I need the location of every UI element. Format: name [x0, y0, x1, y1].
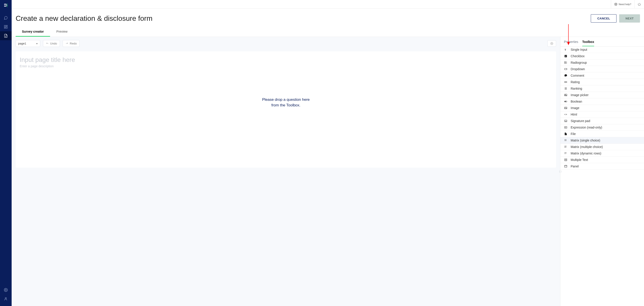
toolbox-item-rating[interactable]: Rating — [560, 79, 644, 86]
toolbox-item-boolean[interactable]: Boolean — [560, 98, 644, 105]
toolbox-item-checkbox[interactable]: Checkbox — [560, 53, 644, 60]
panel-icon — [564, 165, 568, 168]
toolbox-item-label: Multiple Text — [571, 158, 588, 162]
panel-tab-toolbox[interactable]: Toolbox — [582, 40, 594, 46]
svg-line-13 — [615, 4, 616, 5]
logo[interactable] — [3, 3, 8, 8]
main: Need help? Create a new declaration & di… — [12, 0, 644, 306]
toolbox-item-signature-pad[interactable]: Signature pad — [560, 118, 644, 124]
matrix-dynamic-icon — [564, 152, 568, 155]
toolbox-item-label: Expression (read-only) — [571, 126, 602, 129]
radiogroup-icon — [564, 61, 568, 64]
nav-settings-icon[interactable] — [0, 286, 12, 294]
toolbox-item-label: Panel — [571, 164, 579, 168]
expression-icon — [564, 126, 568, 129]
comment-icon — [564, 74, 568, 77]
svg-point-9 — [615, 4, 616, 5]
svg-rect-17 — [564, 55, 567, 58]
cancel-button[interactable]: CANCEL — [591, 14, 616, 22]
page-title-input[interactable]: Input page title here — [20, 56, 552, 64]
toolbox-item-label: Image picker — [571, 93, 588, 97]
toolbox-item-html[interactable]: Html — [560, 111, 644, 118]
undo-label: Undo — [50, 42, 57, 45]
tab-preview[interactable]: Preview — [50, 28, 74, 37]
toolbox-item-matrix-dynamic-rows-[interactable]: Matrix (dynamic rows) — [560, 150, 644, 157]
canvas-column: page1 Undo Redo — [12, 37, 560, 306]
toolbox-item-file[interactable]: File — [560, 131, 644, 137]
svg-point-18 — [564, 62, 565, 62]
toolbox-item-label: Matrix (single choice) — [571, 138, 600, 142]
need-help-button[interactable]: Need help? — [611, 0, 634, 8]
svg-point-7 — [5, 298, 6, 299]
svg-point-43 — [566, 146, 566, 146]
redo-label: Redo — [70, 42, 77, 45]
file-icon — [564, 132, 568, 136]
page-description-input[interactable]: Enter a page description — [20, 64, 552, 68]
svg-rect-49 — [564, 159, 567, 160]
toolbox-item-matrix-single-choice-[interactable]: Matrix (single choice) — [560, 137, 644, 144]
svg-point-38 — [564, 139, 565, 140]
toolbox-item-dropdown[interactable]: Dropdown — [560, 66, 644, 72]
canvas-toolbar: page1 Undo Redo — [12, 37, 560, 50]
gear-icon — [550, 42, 553, 45]
toolbox-item-panel[interactable]: Panel — [560, 163, 644, 170]
toolbox-item-matrix-multiple-choice-[interactable]: Matrix (multiple choice) — [560, 144, 644, 150]
svg-point-42 — [564, 146, 565, 146]
image-picker-icon — [564, 94, 568, 96]
toolbox-item-ranking[interactable]: Ranking — [560, 86, 644, 92]
toolbox-item-label: Single Input — [571, 48, 587, 52]
toolbox-item-single-input[interactable]: TSingle Input — [560, 46, 644, 53]
next-button[interactable]: NEXT — [619, 14, 640, 22]
survey-drop-area[interactable]: Input page title here Enter a page descr… — [16, 52, 556, 168]
power-button[interactable] — [634, 0, 644, 8]
topbar: Need help? — [12, 0, 644, 8]
redo-button[interactable]: Redo — [62, 40, 80, 47]
page-title: Create a new declaration & disclosure fo… — [16, 14, 152, 22]
toolbox-item-comment[interactable]: Comment — [560, 72, 644, 79]
toolbox-item-label: Boolean — [571, 100, 582, 103]
canvas-settings-button[interactable] — [548, 40, 556, 47]
svg-point-40 — [564, 140, 565, 141]
undo-button[interactable]: Undo — [43, 40, 60, 47]
canvas-body: Input page title here Enter a page descr… — [12, 50, 560, 306]
text-icon: T — [564, 48, 568, 51]
toolbox-item-label: Html — [571, 113, 577, 116]
svg-rect-26 — [565, 82, 566, 83]
nav-forms-icon[interactable] — [0, 31, 12, 40]
tab-survey-creator[interactable]: Survey creator — [16, 28, 50, 37]
toolbox-item-multiple-text[interactable]: Multiple Text — [560, 157, 644, 163]
svg-text:T: T — [564, 48, 566, 51]
svg-line-12 — [616, 3, 617, 4]
svg-point-34 — [565, 101, 566, 102]
svg-rect-27 — [566, 82, 567, 83]
nav-profile-icon[interactable] — [0, 294, 12, 303]
nav-messages-icon[interactable] — [0, 14, 12, 22]
checkbox-icon — [564, 54, 568, 58]
toolbox-item-label: Matrix (multiple choice) — [571, 145, 603, 149]
image-icon — [564, 106, 568, 110]
toolbox-item-radiogroup[interactable]: Radiogroup — [560, 60, 644, 66]
page-select[interactable]: page1 — [16, 40, 40, 47]
toolbox-item-label: Signature pad — [571, 119, 590, 123]
rating-icon — [564, 80, 568, 84]
toolbox-item-image-picker[interactable]: Image picker — [560, 92, 644, 98]
toolbox-item-image[interactable]: Image — [560, 105, 644, 111]
svg-point-39 — [566, 139, 566, 140]
nav-dashboard-icon[interactable] — [0, 22, 12, 31]
dropdown-icon — [564, 68, 568, 71]
svg-point-20 — [564, 62, 565, 63]
svg-rect-2 — [6, 27, 8, 28]
toolbox-item-expression-read-only-[interactable]: Expression (read-only) — [560, 124, 644, 131]
svg-rect-51 — [564, 165, 567, 167]
matrix-single-icon — [564, 139, 568, 142]
boolean-icon — [564, 100, 568, 103]
svg-rect-25 — [564, 82, 565, 83]
panel-tab-properties[interactable]: Properties — [564, 40, 578, 46]
resize-handle-icon[interactable]: ⟨ ⟩ — [559, 170, 562, 173]
matrix-multiple-icon — [564, 145, 568, 148]
svg-point-45 — [566, 147, 566, 147]
toolbox-item-label: Matrix (dynamic rows) — [571, 152, 601, 155]
power-icon — [638, 3, 641, 6]
panel-tabs: Properties Toolbox — [560, 37, 644, 46]
svg-line-10 — [615, 3, 616, 4]
